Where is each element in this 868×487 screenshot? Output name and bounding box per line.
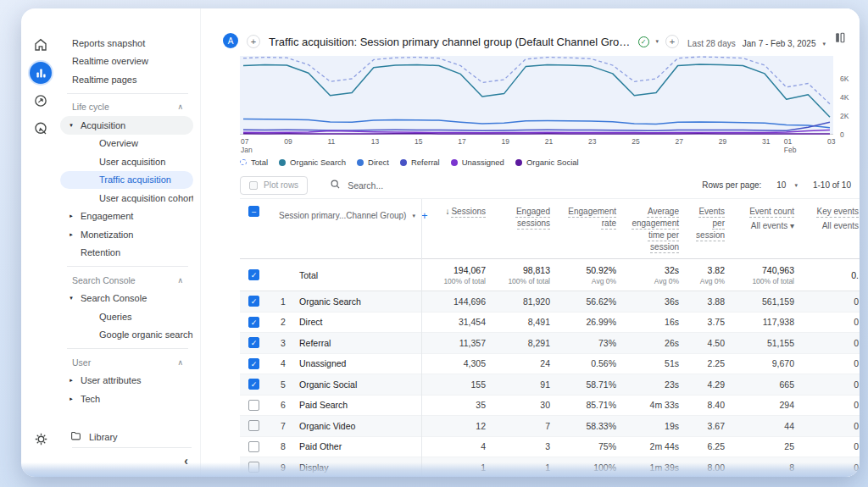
row-checkbox[interactable]: ✓ <box>248 269 259 280</box>
sidebar-item-realtime-pages[interactable]: Realtime pages <box>60 70 193 89</box>
sidebar-item-tech[interactable]: ▸Tech <box>60 390 193 408</box>
column-header-label[interactable]: Sessions <box>451 207 486 216</box>
plot-rows-button[interactable]: Plot rows <box>240 176 308 195</box>
sidebar-section-search-console[interactable]: Search Console∧ <box>60 271 193 290</box>
row-checkbox[interactable]: ✓ <box>248 296 259 307</box>
metric-cell: 294 <box>733 400 803 410</box>
row-checkbox[interactable] <box>248 420 259 431</box>
x-axis-tick-label: 27 <box>676 137 683 146</box>
arrow-collapsed-icon: ▸ <box>67 377 75 384</box>
row-checkbox[interactable]: ✓ <box>248 358 259 369</box>
nav-explore-button[interactable] <box>30 118 52 140</box>
metric-cell: 8.40 <box>687 400 733 410</box>
tick-day: 31 <box>762 137 770 146</box>
total-value: 0. <box>803 270 859 280</box>
customize-report-icon[interactable] <box>834 31 846 48</box>
row-checkbox-cell: ✓ <box>240 337 269 348</box>
sidebar-item-traffic-acquisition[interactable]: Traffic acquisition <box>60 171 193 190</box>
column-subfilter[interactable]: All events ▾ <box>733 220 794 232</box>
column-header-label-wrap: Event count <box>733 206 794 218</box>
row-checkbox[interactable]: ✓ <box>248 379 259 390</box>
sort-desc-icon: ↓ <box>445 207 449 216</box>
x-axis-tick-label: 03 <box>827 137 835 146</box>
sidebar-section-user[interactable]: User∧ <box>60 353 193 372</box>
total-checkbox-cell: ✓ <box>240 269 269 280</box>
plot-rows-checkbox[interactable] <box>249 181 258 190</box>
metric-cell: 81,920 <box>494 296 559 307</box>
table-row: ✓4Unassigned4,305240.56%51s2.259,6700 <box>240 354 860 375</box>
nav-home-button[interactable] <box>30 34 52 56</box>
page-title[interactable]: Traffic acquisition: Session primary cha… <box>269 36 632 48</box>
metric-cell: 0 <box>803 462 860 473</box>
add-comparison-button[interactable]: + <box>665 35 679 48</box>
metric-cell: 2.25 <box>687 358 733 368</box>
legend-item-direct[interactable]: Direct <box>357 158 389 167</box>
legend-dot-icon <box>240 159 247 165</box>
legend-item-total[interactable]: Total <box>240 158 268 167</box>
y-axis-tick-label: 4K <box>840 93 860 102</box>
legend-item-organic-social[interactable]: Organic Social <box>515 158 579 167</box>
title-caret-icon[interactable]: ▾ <box>656 38 659 45</box>
metric-cell: 1m 39s <box>625 462 687 473</box>
avatar[interactable]: A <box>223 33 238 48</box>
sidebar-item-library[interactable]: Library <box>60 427 193 447</box>
sidebar-spacer <box>60 408 200 427</box>
sidebar-item-user-attributes[interactable]: ▸User attributes <box>60 372 193 390</box>
traffic-table: –Session primary...Channel Group)▾+↓Sess… <box>240 199 860 477</box>
metric-cell: 3 <box>494 441 559 451</box>
column-header-label[interactable]: Events per session <box>696 207 725 240</box>
metric-cell: 0 <box>803 379 860 390</box>
row-checkbox[interactable] <box>248 441 259 452</box>
total-value: 740,963 <box>733 265 794 275</box>
nav-advertising-button[interactable] <box>30 90 52 112</box>
chevron-down-icon[interactable]: ▾ <box>412 212 415 220</box>
row-number: 1 <box>281 296 289 307</box>
add-tab-button[interactable]: + <box>247 35 260 48</box>
sidebar-item-realtime-overview[interactable]: Realtime overview <box>60 53 193 71</box>
sidebar-item-google-organic-search-traf-[interactable]: Google organic search traf... <box>60 326 193 345</box>
date-range-picker[interactable]: Last 28 days Jan 7 - Feb 3, 2025 ▾ <box>687 39 826 48</box>
legend-item-referral[interactable]: Referral <box>400 158 440 167</box>
metric-cell: 26.99% <box>559 317 625 327</box>
explore-icon <box>33 121 48 136</box>
column-header-label[interactable]: Engaged sessions <box>516 207 550 228</box>
arrow-collapsed-icon: ▸ <box>67 213 75 219</box>
sidebar-item-retention[interactable]: Retention <box>60 244 193 263</box>
metric-cell: 2m 44s <box>625 441 687 451</box>
legend-label: Organic Search <box>290 158 346 167</box>
legend-item-unassigned[interactable]: Unassigned <box>451 158 504 167</box>
legend-item-organic-search[interactable]: Organic Search <box>279 158 346 167</box>
row-checkbox[interactable]: ✓ <box>248 317 259 328</box>
row-checkbox[interactable]: ✓ <box>248 337 259 348</box>
metric-cell: 4.50 <box>687 338 733 348</box>
sidebar-item-engagement[interactable]: ▸Engagement <box>60 208 193 226</box>
rows-per-page-select[interactable]: 10 ▾ <box>776 180 798 190</box>
sidebar-item-acquisition[interactable]: ▾Acquisition <box>60 116 193 135</box>
column-header-label[interactable]: Average engagement time per session <box>632 207 679 252</box>
column-header-label[interactable]: Event count <box>749 207 794 216</box>
dimension-header-label[interactable]: Session primary...Channel Group) <box>279 210 406 222</box>
table-rows: ✓1Organic Search144,69681,92056.62%36s3.… <box>240 291 860 477</box>
sidebar-section-life-cycle[interactable]: Life cycle∧ <box>60 98 193 117</box>
sidebar-item-user-acquisition-cohorts[interactable]: User acquisition cohorts <box>60 189 193 208</box>
sidebar-item-search-console[interactable]: ▾Search Console <box>60 290 193 308</box>
row-checkbox[interactable] <box>248 462 259 473</box>
row-checkbox[interactable] <box>248 400 259 411</box>
sidebar-item-user-acquisition[interactable]: User acquisition <box>60 152 193 171</box>
series-line-direct <box>243 119 830 127</box>
collapse-sidebar-icon[interactable]: ‹ <box>184 454 192 468</box>
sidebar-item-overview[interactable]: Overview <box>60 135 193 153</box>
tick-day: 07 <box>241 137 253 146</box>
row-checkbox[interactable]: – <box>248 206 259 217</box>
settings-button[interactable] <box>30 428 52 450</box>
column-header-label[interactable]: Engagement rate <box>568 207 616 228</box>
sidebar-item-monetization[interactable]: ▸Monetization <box>60 225 193 244</box>
search-input[interactable] <box>348 180 475 191</box>
chart-plot-area[interactable]: 6K4K2K0 <box>240 56 833 135</box>
main-content: A + Traffic acquisition: Session primary… <box>201 8 860 477</box>
sidebar-item-reports-snapshot[interactable]: Reports snapshot <box>60 34 193 53</box>
nav-reports-button[interactable] <box>30 62 52 84</box>
sidebar-item-queries[interactable]: Queries <box>60 307 193 326</box>
column-header-label[interactable]: Key events <box>817 207 859 216</box>
column-subfilter[interactable]: All events <box>803 220 859 232</box>
